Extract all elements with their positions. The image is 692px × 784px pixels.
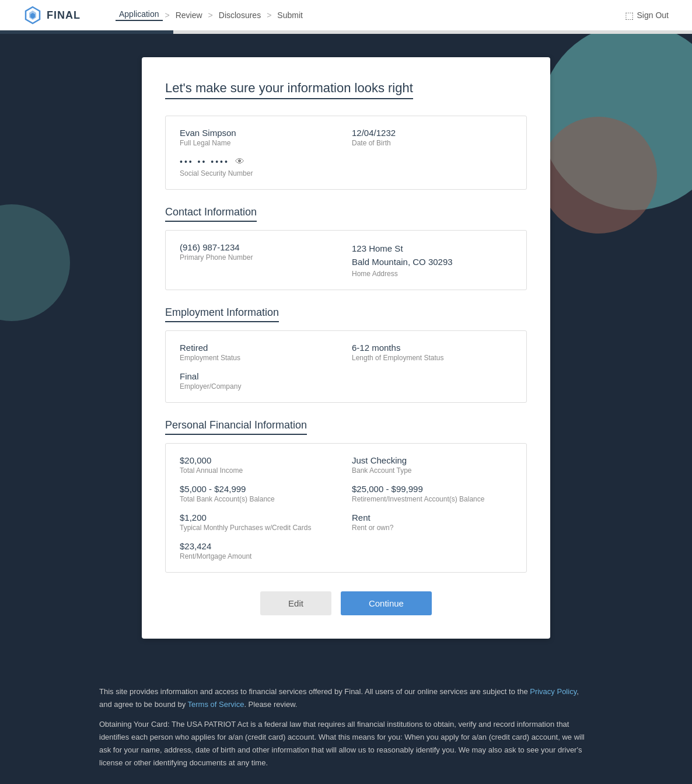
- employment-info-row-2: Final Employer/Company: [180, 371, 512, 391]
- annual-income-col: $20,000 Total Annual Income: [180, 455, 340, 475]
- address-line2: Bald Mountain, CO 30293: [352, 257, 453, 267]
- dob-col: 12/04/1232 Date of Birth: [352, 128, 512, 147]
- retirement-balance-label: Retirement/Investment Account(s) Balance: [352, 495, 512, 503]
- retirement-balance-col: $25,000 - $99,999 Retirement/Investment …: [352, 484, 512, 503]
- personal-info-row-2: ••• •• •••• 👁 Social Security Number: [180, 156, 512, 177]
- employment-length-value: 6-12 months: [352, 343, 512, 353]
- page-title: Let's make sure your information looks r…: [165, 81, 413, 99]
- employment-status-col: Retired Employment Status: [180, 343, 340, 362]
- nav-sep-1: >: [163, 11, 172, 20]
- monthly-purchases-col: $1,200 Typical Monthly Purchases w/Credi…: [180, 513, 340, 532]
- address-line1: 123 Home St: [352, 243, 403, 253]
- address-col: 123 Home St Bald Mountain, CO 30293 Home…: [352, 242, 512, 278]
- footer-disclaimer-1: This site provides information and acces…: [99, 685, 593, 711]
- annual-income-label: Total Annual Income: [180, 466, 340, 475]
- rent-or-own-value: Rent: [352, 513, 512, 522]
- annual-income-value: $20,000: [180, 455, 340, 465]
- financial-info-box: $20,000 Total Annual Income Just Checkin…: [165, 443, 527, 573]
- nav-sep-2: >: [206, 11, 215, 20]
- logo-icon: [23, 6, 42, 25]
- bank-account-type-value: Just Checking: [352, 455, 512, 465]
- company-label: Employer/Company: [180, 382, 512, 391]
- phone-col: (916) 987-1234 Primary Phone Number: [180, 242, 340, 278]
- monthly-purchases-value: $1,200: [180, 513, 340, 522]
- continue-button[interactable]: Continue: [341, 591, 432, 615]
- logo-text: FINAL: [47, 9, 81, 22]
- main-wrapper: Let's make sure your information looks r…: [0, 34, 692, 662]
- dob-label: Date of Birth: [352, 139, 512, 147]
- nav-submit[interactable]: Submit: [274, 11, 306, 20]
- employment-status-value: Retired: [180, 343, 340, 353]
- logo-area: FINAL: [23, 6, 81, 25]
- ssn-col: ••• •• •••• 👁 Social Security Number: [180, 156, 512, 177]
- financial-section-heading: Personal Financial Information: [165, 419, 307, 435]
- nav-sep-3: >: [264, 11, 274, 20]
- footer: This site provides information and acces…: [0, 662, 692, 784]
- full-name-value: Evan Simpson: [180, 128, 340, 138]
- main-nav: Application > Review > Disclosures > Sub…: [116, 9, 625, 21]
- terms-of-service-link[interactable]: Terms of Service: [188, 700, 244, 709]
- phone-label: Primary Phone Number: [180, 253, 340, 262]
- main-card: Let's make sure your information looks r…: [142, 57, 550, 639]
- dob-value: 12/04/1232: [352, 128, 512, 138]
- employment-section-heading: Employment Information: [165, 306, 279, 322]
- button-row: Edit Continue: [165, 591, 527, 615]
- bank-balance-value: $5,000 - $24,999: [180, 484, 340, 494]
- address-value: 123 Home St Bald Mountain, CO 30293: [352, 242, 512, 269]
- phone-value: (916) 987-1234: [180, 242, 340, 252]
- rent-or-own-col: Rent Rent or own?: [352, 513, 512, 532]
- sign-out-icon: ⬚: [625, 10, 634, 21]
- financial-row-3: $1,200 Typical Monthly Purchases w/Credi…: [180, 513, 512, 532]
- progress-fill: [0, 30, 173, 34]
- bank-balance-label: Total Bank Account(s) Balance: [180, 495, 340, 503]
- financial-row-1: $20,000 Total Annual Income Just Checkin…: [180, 455, 512, 475]
- footer-disclaimer-1-pre: This site provides information and acces…: [99, 687, 530, 696]
- ssn-dots: ••• •• ••••: [180, 157, 229, 166]
- nav-application[interactable]: Application: [116, 9, 163, 21]
- contact-info-box: (916) 987-1234 Primary Phone Number 123 …: [165, 230, 527, 290]
- contact-info-row: (916) 987-1234 Primary Phone Number 123 …: [180, 242, 512, 278]
- footer-disclaimer-2: Obtaining Your Card: The USA PATRIOT Act…: [99, 718, 593, 769]
- full-name-col: Evan Simpson Full Legal Name: [180, 128, 340, 147]
- employment-info-box: Retired Employment Status 6-12 months Le…: [165, 330, 527, 403]
- personal-info-box: Evan Simpson Full Legal Name 12/04/1232 …: [165, 116, 527, 190]
- full-name-label: Full Legal Name: [180, 139, 340, 147]
- employment-length-col: 6-12 months Length of Employment Status: [352, 343, 512, 362]
- company-col: Final Employer/Company: [180, 371, 512, 391]
- nav-review[interactable]: Review: [172, 11, 206, 20]
- privacy-policy-link[interactable]: Privacy Policy: [530, 687, 576, 696]
- mortgage-amount-col: $23,424 Rent/Mortgage Amount: [180, 541, 512, 560]
- financial-row-2: $5,000 - $24,999 Total Bank Account(s) B…: [180, 484, 512, 503]
- retirement-balance-value: $25,000 - $99,999: [352, 484, 512, 494]
- ssn-label: Social Security Number: [180, 169, 512, 177]
- footer-disclaimer-1-post: . Please review.: [244, 700, 297, 709]
- ssn-row: ••• •• •••• 👁: [180, 156, 512, 167]
- sign-out-button[interactable]: ⬚ Sign Out: [625, 10, 669, 21]
- bank-account-type-col: Just Checking Bank Account Type: [352, 455, 512, 475]
- header: FINAL Application > Review > Disclosures…: [0, 0, 692, 30]
- bank-balance-col: $5,000 - $24,999 Total Bank Account(s) B…: [180, 484, 340, 503]
- sign-out-label: Sign Out: [637, 11, 669, 20]
- contact-section-heading: Contact Information: [165, 206, 257, 222]
- personal-info-row-1: Evan Simpson Full Legal Name 12/04/1232 …: [180, 128, 512, 147]
- mortgage-amount-value: $23,424: [180, 541, 512, 551]
- eye-icon[interactable]: 👁: [235, 156, 244, 167]
- progress-bar: [0, 30, 692, 34]
- edit-button[interactable]: Edit: [260, 591, 331, 615]
- rent-or-own-label: Rent or own?: [352, 524, 512, 532]
- employment-info-row-1: Retired Employment Status 6-12 months Le…: [180, 343, 512, 362]
- address-label: Home Address: [352, 270, 512, 278]
- employment-status-label: Employment Status: [180, 354, 340, 362]
- mortgage-amount-label: Rent/Mortgage Amount: [180, 552, 512, 560]
- monthly-purchases-label: Typical Monthly Purchases w/Credit Cards: [180, 524, 340, 532]
- nav-disclosures[interactable]: Disclosures: [215, 11, 264, 20]
- company-value: Final: [180, 371, 512, 381]
- employment-length-label: Length of Employment Status: [352, 354, 512, 362]
- financial-row-4: $23,424 Rent/Mortgage Amount: [180, 541, 512, 560]
- bank-account-type-label: Bank Account Type: [352, 466, 512, 475]
